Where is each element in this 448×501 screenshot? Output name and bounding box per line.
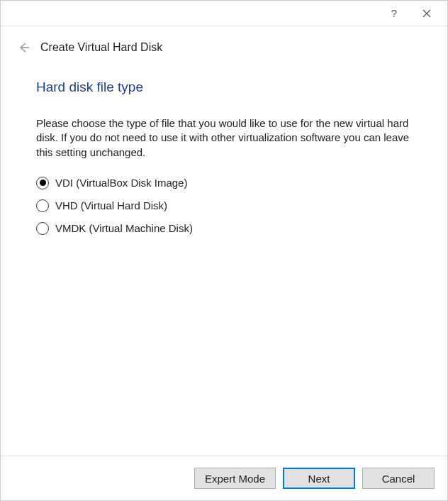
arrow-left-icon	[17, 41, 30, 54]
radio-icon	[36, 199, 49, 212]
back-button[interactable]	[16, 40, 30, 55]
section-title: Hard disk file type	[36, 79, 412, 95]
file-type-radio-group: VDI (VirtualBox Disk Image) VHD (Virtual…	[36, 177, 412, 235]
radio-label: VMDK (Virtual Machine Disk)	[55, 222, 193, 234]
radio-label: VDI (VirtualBox Disk Image)	[55, 177, 187, 189]
content-area: Hard disk file type Please choose the ty…	[1, 55, 447, 456]
wizard-header: Create Virtual Hard Disk	[1, 26, 447, 55]
radio-option-vmdk[interactable]: VMDK (Virtual Machine Disk)	[36, 222, 412, 235]
cancel-button[interactable]: Cancel	[362, 468, 435, 489]
button-bar: Expert Mode Next Cancel	[1, 456, 447, 500]
expert-mode-button[interactable]: Expert Mode	[194, 468, 276, 489]
titlebar: ?	[1, 1, 447, 26]
radio-label: VHD (Virtual Hard Disk)	[55, 199, 167, 211]
help-button[interactable]: ?	[378, 2, 410, 25]
radio-icon	[36, 222, 49, 235]
close-icon	[422, 9, 431, 18]
wizard-title: Create Virtual Hard Disk	[40, 41, 162, 54]
radio-option-vhd[interactable]: VHD (Virtual Hard Disk)	[36, 199, 412, 212]
radio-option-vdi[interactable]: VDI (VirtualBox Disk Image)	[36, 177, 412, 189]
radio-icon	[36, 177, 49, 189]
section-description: Please choose the type of file that you …	[36, 116, 412, 160]
dialog-window: ? Create Virtual Hard Disk Hard disk fil…	[0, 0, 448, 501]
close-button[interactable]	[410, 2, 443, 25]
help-icon: ?	[391, 7, 397, 19]
next-button[interactable]: Next	[283, 468, 355, 489]
